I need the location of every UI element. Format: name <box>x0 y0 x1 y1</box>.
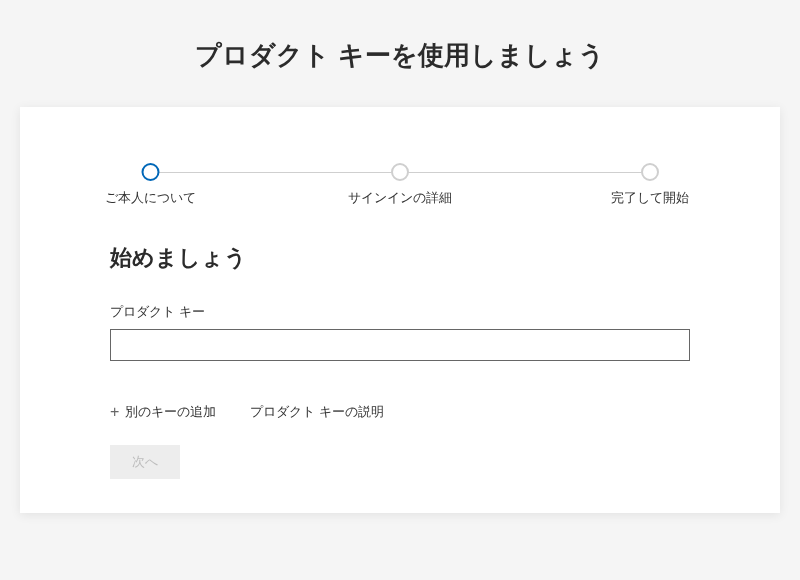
step-circle-icon <box>141 163 159 181</box>
product-key-label: プロダクト キー <box>110 303 690 321</box>
page-title: プロダクト キーを使用しましょう <box>0 0 800 107</box>
step-complete: 完了して開始 <box>611 163 689 207</box>
plus-icon: + <box>110 404 119 420</box>
step-circle-icon <box>641 163 659 181</box>
next-button[interactable]: 次へ <box>110 445 180 479</box>
step-label: サインインの詳細 <box>348 189 452 207</box>
step-label: ご本人について <box>105 189 196 207</box>
add-another-key-button[interactable]: + 別のキーの追加 <box>110 403 216 421</box>
product-key-help-link[interactable]: プロダクト キーの説明 <box>250 403 384 421</box>
add-another-key-label: 別のキーの追加 <box>125 403 216 421</box>
step-label: 完了して開始 <box>611 189 689 207</box>
step-about-you: ご本人について <box>105 163 196 207</box>
main-card: ご本人について サインインの詳細 完了して開始 始めましょう プロダクト キー … <box>20 107 780 513</box>
progress-stepper: ご本人について サインインの詳細 完了して開始 <box>110 163 690 217</box>
product-key-input[interactable] <box>110 329 690 361</box>
step-signin-details: サインインの詳細 <box>348 163 452 207</box>
step-circle-icon <box>391 163 409 181</box>
section-heading: 始めましょう <box>110 243 690 273</box>
